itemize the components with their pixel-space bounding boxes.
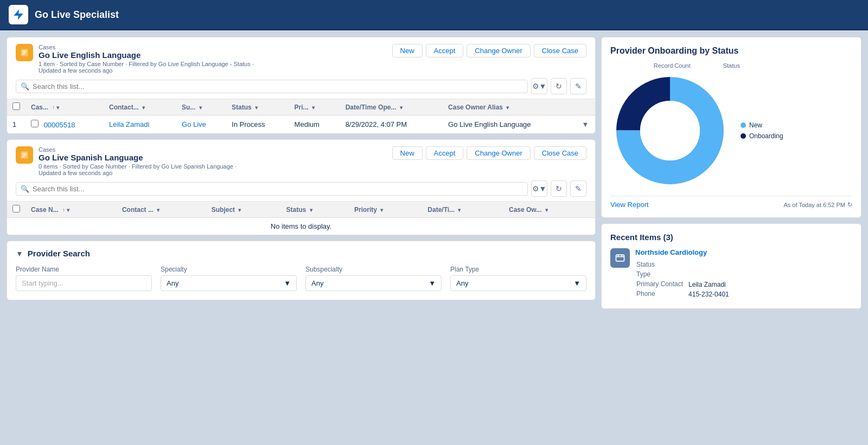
chart-timestamp: As of Today at 6:52 PM ↻ [783,201,852,208]
list-english-search-input[interactable] [33,82,523,91]
row-action-btn[interactable]: ▼ [576,115,595,134]
th-action-english [576,99,595,115]
datetime-cell: 8/29/2022, 4:07 PM [340,115,443,134]
no-items-row: No items to display. [7,218,595,235]
case-number-link[interactable]: 00005518 [44,121,75,129]
th-datetime-english[interactable]: Date/Time Ope... ▾ [340,99,443,115]
recent-meta-table: Status Type Primary Contact Leila Zamadi [635,260,730,300]
status-cell: In Process [226,115,289,134]
subject-link[interactable]: Go Live [182,120,206,128]
legend-onboarding-label: Onboarding [749,132,783,140]
svg-rect-7 [22,153,27,154]
owner-cell: Go Live English Language [443,115,576,134]
spanish-new-button[interactable]: New [392,146,423,160]
contact-link[interactable]: Leila Zamadi [109,120,149,128]
provider-search-toggle[interactable]: ▼ Provider Search [7,241,595,266]
specialty-label: Specialty [161,266,297,273]
recent-items-title: Recent Items (3) [610,233,852,242]
svg-rect-13 [616,255,624,261]
provider-search-title: Provider Search [28,249,90,258]
th-owner-english[interactable]: Case Owner Alias ▾ [443,99,576,115]
svg-point-12 [640,101,700,160]
list-english-refresh-button[interactable]: ↻ [551,78,567,94]
th-check-spanish [7,202,25,218]
th-priority-english[interactable]: Pri... ▾ [289,99,340,115]
chart-title: Provider Onboarding by Status [610,46,852,56]
refresh-icon[interactable]: ↻ [847,201,852,208]
right-column: Provider Onboarding by Status Record Cou… [601,37,861,438]
english-change-owner-button[interactable]: Change Owner [467,44,530,57]
th-contact-spanish[interactable]: Contact ... ▾ [117,202,206,218]
subspecialty-value: Any [311,279,323,287]
row-num-1: 1 [7,115,25,134]
view-report-link[interactable]: View Report [610,201,649,209]
onboarding-dot [741,133,746,139]
recent-meta-phone: Phone 415-232-0401 [636,290,729,299]
row-checkbox-1[interactable] [31,120,39,127]
th-subject-spanish[interactable]: Subject ▾ [206,202,281,218]
subspecialty-chevron-icon: ▼ [429,279,436,287]
th-subject-english[interactable]: Su... ▾ [176,99,226,115]
subspecialty-label: Subspecialty [305,266,442,273]
english-accept-button[interactable]: Accept [426,44,464,57]
th-priority-spanish[interactable]: Priority ▾ [349,202,422,218]
provider-name-group: Provider Name [16,266,152,291]
th-datetime-spanish[interactable]: Date/Ti... ▾ [422,202,503,218]
list-spanish-search-wrapper: 🔍 [16,182,528,196]
list-spanish-icon [16,146,33,164]
chart-legend: New Onboarding [741,121,783,140]
plan-type-select[interactable]: Any ▼ [450,275,586,291]
english-close-case-button[interactable]: Close Case [534,44,586,57]
list-spanish-name: Go Live Spanish Language [39,153,237,162]
select-all-english[interactable] [12,102,20,110]
th-case-num-english[interactable]: Cas... ↑▾ [25,99,104,115]
specialty-value: Any [167,279,178,287]
list-english-meta: 1 item · Sorted by Case Number · Filtere… [39,61,254,74]
list-spanish-header: Cases Go Live Spanish Language 0 items ·… [7,140,595,202]
th-case-num-spanish[interactable]: Case N... ↑▾ [25,202,117,218]
th-contact-english[interactable]: Contact... ▾ [104,99,176,115]
list-english-category: Cases [39,44,254,50]
list-spanish-actions: New Accept Change Owner Close Case [392,146,586,160]
list-english-icon [16,44,33,61]
spanish-close-case-button[interactable]: Close Case [534,146,586,160]
list-spanish-search-input[interactable] [33,185,523,193]
english-new-button[interactable]: New [392,44,423,57]
th-owner-spanish[interactable]: Case Ow... ▾ [503,202,595,218]
list-spanish-refresh-button[interactable]: ↻ [551,180,567,197]
list-spanish-edit-button[interactable]: ✎ [570,180,586,197]
specialty-select[interactable]: Any ▼ [161,275,297,291]
chart-footer: View Report As of Today at 6:52 PM ↻ [610,196,852,209]
th-status-spanish[interactable]: Status ▾ [281,202,349,218]
svg-marker-1 [14,10,23,20]
spanish-accept-button[interactable]: Accept [426,146,464,160]
spanish-change-owner-button[interactable]: Change Owner [467,146,530,160]
recent-item-northside: Northside Cardiology Status Type Primary… [610,248,852,300]
list-english-settings-button[interactable]: ⚙▼ [531,78,547,94]
subject-cell: Go Live [176,115,226,134]
list-english-edit-button[interactable]: ✎ [570,78,586,94]
list-spanish-search-row: 🔍 ⚙▼ ↻ ✎ [16,180,586,197]
provider-name-input[interactable] [16,275,152,291]
list-english-header: Cases Go Live English Language 1 item · … [7,37,595,99]
list-english-search-row: 🔍 ⚙▼ ↻ ✎ [16,78,586,94]
th-check-english [7,99,25,115]
subspecialty-group: Subspecialty Any ▼ [305,266,442,291]
list-english-table: Cas... ↑▾ Contact... ▾ Su... ▾ Status ▾ … [7,99,595,133]
priority-cell: Medium [289,115,340,134]
no-items-message: No items to display. [7,218,595,235]
list-spanish-title-group: Cases Go Live Spanish Language 0 items ·… [16,146,237,176]
svg-rect-4 [22,52,27,53]
search-icon: 🔍 [21,82,29,91]
plan-type-group: Plan Type Any ▼ [450,266,586,291]
case-number-cell: 00005518 [25,115,104,134]
list-spanish-settings-button[interactable]: ⚙▼ [531,180,547,197]
recent-item-name[interactable]: Northside Cardiology [635,248,730,256]
subspecialty-select[interactable]: Any ▼ [305,275,442,291]
select-all-spanish[interactable] [12,205,20,212]
th-status-english[interactable]: Status ▾ [226,99,289,115]
recent-items-card: Recent Items (3) Northside Cardiology St… [601,223,861,309]
recent-meta-value [688,270,729,279]
plan-type-value: Any [456,279,468,287]
recent-meta-value: 415-232-0401 [688,290,729,299]
